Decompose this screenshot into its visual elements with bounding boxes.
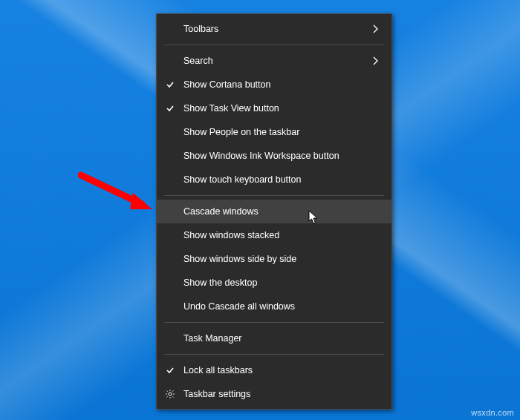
check-icon: [157, 104, 183, 113]
menu-label: Show People on the taskbar: [183, 127, 381, 137]
menu-separator: [164, 45, 384, 45]
menu-label: Show touch keyboard button: [183, 174, 381, 185]
menu-label: Show Windows Ink Workspace button: [183, 151, 381, 161]
menu-separator: [164, 322, 384, 323]
menu-label: Search: [183, 56, 369, 66]
menu-label: Undo Cascade all windows: [183, 301, 381, 312]
taskbar-context-menu: Toolbars Search Show Cortana button Show…: [156, 13, 392, 410]
menu-item-taskbar-settings[interactable]: Taskbar settings: [157, 382, 391, 406]
menu-label: Show windows side by side: [183, 254, 381, 264]
check-icon: [157, 80, 183, 89]
menu-label: Toolbars: [183, 24, 369, 34]
menu-item-side-by-side[interactable]: Show windows side by side: [157, 247, 391, 271]
menu-item-ink-workspace[interactable]: Show Windows Ink Workspace button: [157, 144, 391, 168]
chevron-right-icon: [369, 23, 381, 35]
menu-item-cascade-windows[interactable]: Cascade windows: [157, 200, 391, 223]
menu-separator: [164, 354, 384, 355]
menu-item-show-people[interactable]: Show People on the taskbar: [157, 120, 391, 144]
menu-item-search[interactable]: Search: [157, 49, 391, 73]
gear-icon: [157, 389, 183, 399]
menu-item-show-cortana[interactable]: Show Cortana button: [157, 73, 391, 96]
menu-item-task-manager[interactable]: Task Manager: [157, 327, 391, 350]
menu-label: Show Cortana button: [183, 79, 381, 90]
menu-label: Lock all taskbars: [183, 365, 381, 375]
menu-item-toolbars[interactable]: Toolbars: [157, 17, 391, 41]
menu-label: Show windows stacked: [183, 230, 381, 240]
menu-label: Cascade windows: [183, 206, 381, 217]
menu-item-stacked[interactable]: Show windows stacked: [157, 223, 391, 247]
menu-label: Taskbar settings: [183, 389, 381, 399]
menu-label: Show the desktop: [183, 278, 381, 288]
check-icon: [157, 366, 183, 375]
menu-label: Show Task View button: [183, 103, 381, 114]
menu-item-undo-cascade[interactable]: Undo Cascade all windows: [157, 295, 391, 318]
menu-item-show-desktop[interactable]: Show the desktop: [157, 271, 391, 295]
watermark-text: wsxdn.com: [471, 408, 514, 417]
menu-separator: [164, 195, 384, 196]
chevron-right-icon: [369, 55, 381, 67]
menu-item-lock-taskbars[interactable]: Lock all taskbars: [157, 358, 391, 382]
menu-label: Task Manager: [183, 333, 381, 344]
menu-item-touch-keyboard[interactable]: Show touch keyboard button: [157, 168, 391, 191]
menu-item-show-task-view[interactable]: Show Task View button: [157, 96, 391, 120]
